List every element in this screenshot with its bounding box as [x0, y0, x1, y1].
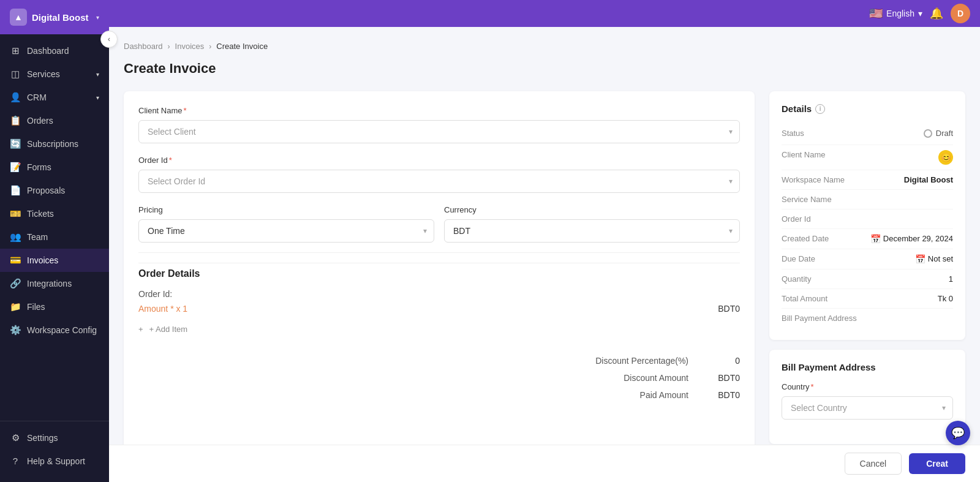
sidebar-item-label: Files: [27, 302, 45, 312]
sidebar-item-tickets[interactable]: 🎫 Tickets: [0, 202, 109, 225]
currency-select[interactable]: BDT: [444, 219, 740, 243]
forms-icon: 📝: [10, 162, 21, 173]
client-name-label: Client Name*: [138, 106, 740, 115]
sidebar-item-crm[interactable]: 👤 CRM ▾: [0, 86, 109, 109]
invoices-icon: 💳: [10, 255, 21, 266]
discount-amount-value: BDT0: [703, 373, 740, 383]
paid-amount-row: Paid Amount BDT0: [138, 386, 740, 404]
chevron-down-icon: ▾: [96, 94, 99, 101]
status-value: Draft: [924, 129, 953, 140]
order-id-select-wrapper: Select Order Id ▾: [138, 170, 740, 193]
crm-icon: 👤: [10, 92, 21, 103]
sidebar-item-workspace-config[interactable]: ⚙️ Workspace Config: [0, 318, 109, 342]
breadcrumb-sep-2: ›: [209, 42, 211, 51]
sidebar-item-proposals[interactable]: 📄 Proposals: [0, 179, 109, 202]
sidebar-item-label: Services: [27, 69, 60, 79]
client-name-select[interactable]: Select Client: [138, 120, 740, 143]
sidebar-item-label: Integrations: [27, 279, 72, 288]
chat-icon: 💬: [951, 426, 965, 440]
page-title: Create Invoice: [124, 61, 965, 77]
breadcrumb-current: Create Invoice: [216, 42, 268, 51]
sidebar-item-services[interactable]: ◫ Services ▾: [0, 62, 109, 86]
user-avatar[interactable]: D: [951, 4, 970, 23]
detail-total-amount: Total Amount Tk 0: [782, 289, 953, 309]
dashboard-icon: ⊞: [10, 45, 21, 56]
cancel-button[interactable]: Cancel: [845, 453, 902, 475]
sidebar-nav: ⊞ Dashboard ◫ Services ▾ 👤 CRM ▾ 📋 Order…: [0, 34, 109, 416]
sidebar-item-label: Orders: [27, 116, 53, 126]
sidebar-item-label: Forms: [27, 162, 51, 172]
brand-logo[interactable]: ▲ Digital Boost ▾: [0, 0, 109, 34]
sidebar-item-help[interactable]: ? Help & Support: [0, 450, 109, 472]
detail-order-id: Order Id: [782, 209, 953, 229]
chat-widget-button[interactable]: 💬: [946, 421, 970, 445]
content-area: Client Name* Select Client ▾ Order Id* S…: [124, 91, 965, 454]
client-name-group: Client Name* Select Client ▾: [138, 106, 740, 143]
proposals-icon: 📄: [10, 185, 21, 196]
plus-icon: +: [138, 325, 143, 334]
amount-label: Amount * x 1: [138, 304, 187, 314]
paid-amount-label: Paid Amount: [566, 390, 688, 400]
language-selector[interactable]: 🇺🇸 English ▾: [869, 7, 922, 20]
sidebar-item-subscriptions[interactable]: 🔄 Subscriptions: [0, 132, 109, 156]
workspace-config-icon: ⚙️: [10, 325, 21, 336]
detail-bill-payment: Bill Payment Address: [782, 309, 953, 328]
language-label: English: [886, 9, 914, 18]
currency-select-wrapper: BDT ▾: [444, 219, 740, 243]
flag-icon: 🇺🇸: [869, 7, 883, 20]
country-select-wrapper: Select Country ▾: [782, 396, 953, 420]
brand-name: Digital Boost: [32, 12, 91, 23]
details-panel: Details i Status Draft Client Name: [769, 91, 965, 454]
detail-workspace: Workspace Name Digital Boost: [782, 170, 953, 190]
integrations-icon: 🔗: [10, 278, 21, 289]
status-radio: Draft: [924, 129, 953, 138]
sidebar-item-label: Workspace Config: [27, 325, 97, 335]
country-label: Country*: [782, 382, 953, 391]
amount-row: Amount * x 1 BDT0: [138, 304, 740, 314]
sidebar-item-invoices[interactable]: 💳 Invoices: [0, 249, 109, 272]
sidebar-item-orders[interactable]: 📋 Orders: [0, 109, 109, 132]
country-select[interactable]: Select Country: [782, 396, 953, 420]
sidebar-item-forms[interactable]: 📝 Forms: [0, 156, 109, 179]
sidebar-item-files[interactable]: 📁 Files: [0, 295, 109, 318]
services-icon: ◫: [10, 69, 21, 80]
created-date-value: 📅 December 29, 2024: [870, 234, 953, 244]
client-name-select-wrapper: Select Client ▾: [138, 120, 740, 143]
discount-amount-label: Discount Amount: [566, 373, 688, 383]
order-id-label: Order Id*: [138, 156, 740, 165]
discount-percentage-label: Discount Percentage(%): [566, 356, 688, 366]
notification-bell-button[interactable]: 🔔: [930, 7, 943, 20]
form-section: Client Name* Select Client ▾ Order Id* S…: [124, 91, 755, 454]
order-id-select[interactable]: Select Order Id: [138, 170, 740, 193]
breadcrumb-dashboard[interactable]: Dashboard: [124, 42, 163, 51]
sidebar-bottom: ⚙ Settings ? Help & Support: [0, 421, 109, 482]
discount-amount-row: Discount Amount BDT0: [138, 369, 740, 386]
workspace-key: Workspace Name: [782, 175, 845, 184]
pricing-col: Pricing One Time ▾: [138, 205, 434, 243]
chevron-down-icon: ▾: [96, 71, 99, 78]
add-item-label: + Add Item: [149, 325, 188, 334]
breadcrumb-invoices[interactable]: Invoices: [175, 42, 205, 51]
pricing-select-wrapper: One Time ▾: [138, 219, 434, 243]
sidebar-item-integrations[interactable]: 🔗 Integrations: [0, 272, 109, 295]
client-name-key: Client Name: [782, 150, 826, 159]
discount-percentage-value: 0: [703, 356, 740, 366]
sidebar-collapse-button[interactable]: ‹: [100, 31, 118, 48]
sidebar-item-dashboard[interactable]: ⊞ Dashboard: [0, 39, 109, 62]
country-group: Country* Select Country ▾: [782, 382, 953, 420]
created-date-key: Created Date: [782, 234, 829, 243]
sidebar-item-settings[interactable]: ⚙ Settings: [0, 426, 109, 450]
paid-amount-value: BDT0: [703, 390, 740, 400]
create-button[interactable]: Creat: [909, 453, 965, 474]
pricing-select[interactable]: One Time: [138, 219, 434, 243]
currency-col: Currency BDT ▾: [444, 205, 740, 243]
brand-chevron-icon: ▾: [96, 14, 99, 21]
detail-due-date: Due Date 📅 Not set: [782, 249, 953, 269]
bill-payment-key: Bill Payment Address: [782, 314, 857, 323]
add-item-button[interactable]: + + Add Item: [138, 321, 187, 337]
details-card: Details i Status Draft Client Name: [769, 91, 965, 340]
sidebar-item-label: Help & Support: [27, 456, 85, 466]
sidebar-item-team[interactable]: 👥 Team: [0, 225, 109, 249]
files-icon: 📁: [10, 301, 21, 312]
help-icon: ?: [10, 456, 21, 466]
